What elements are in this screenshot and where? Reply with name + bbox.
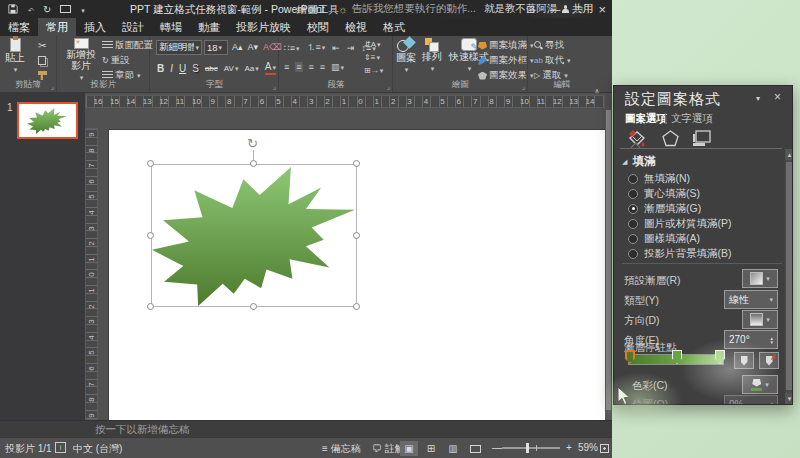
tab-動畫[interactable]: 動畫 [190,18,228,36]
close-icon[interactable] [598,2,606,17]
fill-option-6[interactable]: 投影片背景填滿(B) [628,247,732,260]
bullets-button[interactable]: ∷≡ [284,43,300,53]
fill-option-2[interactable]: 實心填滿(S) [628,187,700,200]
tab-投影片放映[interactable]: 投影片放映 [228,18,299,36]
effects-category-icon[interactable] [662,130,679,147]
color-picker-button[interactable] [742,375,778,394]
text-direction-button[interactable]: ⇵A [364,40,383,49]
scroll-up-icon[interactable]: ▲ [785,149,793,160]
tab-檢視[interactable]: 檢視 [337,18,375,36]
font-name-combobox[interactable]: 新細明體 (本文 [156,40,202,55]
fill-option-1[interactable]: 無填滿(N) [628,172,690,185]
tab-設計[interactable]: 設計 [114,18,152,36]
replace-button[interactable]: ab取代 [534,55,570,66]
shape-outline-button[interactable]: 圖案外框 [478,55,534,66]
new-slide-button[interactable]: 新增投影片 [64,38,98,83]
radio-icon[interactable] [628,249,638,259]
resize-handle-e[interactable] [353,232,360,239]
cut-button[interactable] [38,40,47,50]
normal-view-button[interactable]: ▣ [400,441,418,456]
gradient-stop-2[interactable] [672,350,682,364]
character-spacing-button[interactable]: AV [224,64,239,73]
start-slideshow-icon[interactable] [60,5,71,13]
arrange-button[interactable]: 排列 [422,38,442,74]
direction-button[interactable] [742,310,778,329]
pane-scrollbar[interactable]: ▲ ▼ [785,149,793,404]
decrease-indent-button[interactable]: ⇤ [332,43,340,53]
gradient-stops-slider[interactable] [628,354,724,365]
fit-to-window-icon[interactable] [600,444,609,453]
gradient-stop-1[interactable] [625,350,635,364]
shape-fill-button[interactable]: 圖案填滿 [478,40,534,51]
notes-pane[interactable]: 按一下以新增備忘稿 [0,420,612,437]
radio-selected-icon[interactable] [628,204,638,214]
size-properties-category-icon[interactable] [692,130,711,147]
dialog-launcher-icon[interactable]: ⌟ [387,83,390,91]
spinner-arrows-icon[interactable]: ▴▾ [770,336,773,344]
tellme-box[interactable]: 告訴我您想要執行的動作... [338,0,476,18]
resize-handle-s[interactable] [250,303,257,310]
tab-常用[interactable]: 常用 [38,18,76,36]
slide-canvas[interactable]: ↻ [109,130,605,420]
bold-button[interactable]: B [157,63,164,74]
find-button[interactable]: 尋找 [534,40,570,51]
shrink-font-button[interactable]: A▾ [248,42,259,52]
zoom-slider-thumb[interactable] [526,443,529,453]
zoom-in-button[interactable]: + [566,442,572,453]
signed-in-user[interactable]: 就是教不落阿湯 [484,0,558,18]
align-center-button[interactable]: ≡ [295,62,302,72]
tab-轉場[interactable]: 轉場 [152,18,190,36]
align-right-button[interactable]: ≡ [309,62,314,72]
resize-handle-ne[interactable] [353,160,360,167]
notes-toggle-button[interactable]: ≡ 備忘稿 [322,442,361,456]
rotation-handle[interactable]: ↻ [247,136,258,151]
fill-option-5[interactable]: 圖樣填滿(A) [628,232,700,245]
copy-button[interactable] [38,56,46,65]
tab-檔案[interactable]: 檔案 [0,18,38,36]
grow-font-button[interactable]: A▴ [232,42,243,52]
slideshow-view-button[interactable] [466,441,484,456]
dialog-launcher-icon[interactable]: ⌟ [51,83,54,91]
undo-button[interactable] [27,4,34,15]
justify-button[interactable]: ≡ [320,62,325,72]
scroll-down-icon[interactable]: ▼ [785,393,793,404]
pane-tab-shape-options[interactable]: 圖案選項 [625,112,667,126]
convert-smartart-button[interactable]: ⊞→ [364,66,383,75]
radio-icon[interactable] [628,174,638,184]
underline-button[interactable]: U [179,63,186,74]
resize-handle-nw[interactable] [147,160,154,167]
columns-button[interactable]: ▥ [331,62,344,72]
resize-handle-se[interactable] [353,303,360,310]
align-left-button[interactable]: ≡ [284,62,289,72]
pane-close-icon[interactable]: × [774,90,781,104]
fill-option-3[interactable]: 漸層填滿(G) [628,202,701,215]
slide-thumbnail[interactable] [17,102,78,139]
save-icon[interactable] [8,4,18,14]
resize-handle-n[interactable] [250,160,257,167]
strikethrough-button[interactable]: abc [205,64,218,73]
redo-button[interactable] [43,4,51,15]
font-color-button[interactable]: A [265,62,276,75]
pane-menu-arrow-icon[interactable]: ▾ [756,94,760,103]
zoom-out-button[interactable]: — [492,442,502,453]
share-button[interactable]: 共用 [561,0,593,18]
tab-校閱[interactable]: 校閱 [299,18,337,36]
dialog-launcher-icon[interactable]: ⌟ [273,83,276,91]
slide-scrollbar-vertical[interactable] [605,108,612,420]
dialog-launcher-icon[interactable]: ⌟ [522,83,525,91]
paste-button[interactable]: 貼上 [5,38,25,75]
reading-view-button[interactable]: ▥ [444,441,462,456]
accessibility-checker-icon[interactable]: i [55,442,66,453]
radio-icon[interactable] [628,219,638,229]
shapes-button[interactable]: 圖案 [396,38,416,75]
text-shadow-button[interactable]: S [192,63,199,74]
fill-option-4[interactable]: 圖片或材質填滿(P) [628,217,732,230]
scrollbar-thumb[interactable] [786,162,793,390]
align-text-button[interactable]: ⇕≡ [364,53,383,62]
numbering-button[interactable]: ⒈≡ [307,41,326,54]
clear-formatting-button[interactable]: A⌫ [263,42,282,52]
position-spinner[interactable]: 0% ▴▾ [724,395,778,405]
resize-handle-w[interactable] [147,232,154,239]
remove-gradient-stop-button[interactable]: ✗ [759,352,779,369]
pane-tab-text-options[interactable]: 文字選項 [671,112,713,126]
